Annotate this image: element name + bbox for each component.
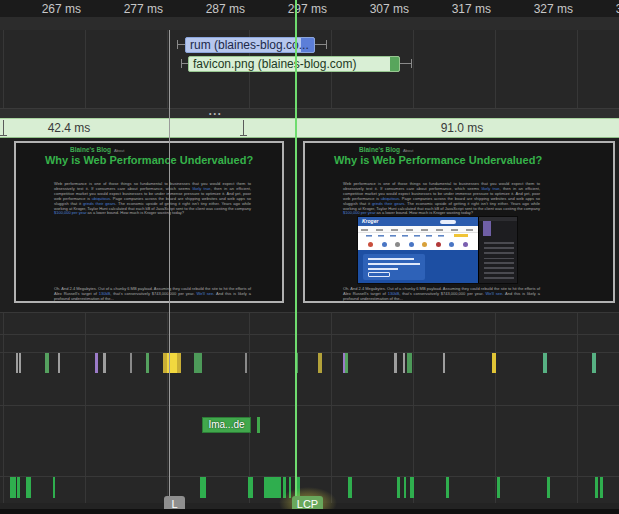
kroger-hero: [358, 250, 478, 283]
frame-boundary-tick: [3, 120, 4, 136]
frames-track[interactable]: 42.4 ms91.0 ms: [0, 118, 619, 138]
category-icon: [463, 242, 468, 247]
blog-heading: Why is Web Performance Undervalued?: [16, 154, 282, 166]
category-icon: [422, 242, 427, 247]
trace-event-bar[interactable]: [407, 353, 412, 373]
request-whisker-left: [177, 44, 185, 45]
ruler-tick-label: 267 ms: [11, 2, 81, 16]
request-whisker-tick: [326, 40, 327, 49]
frame-screenshot-thumbnail[interactable]: Blaine's BlogAboutWhy is Web Performance…: [303, 141, 615, 303]
category-icon: [368, 242, 373, 247]
request-whisker-tick: [411, 59, 412, 68]
playhead-line[interactable]: [295, 0, 297, 496]
ruler-tick-label: 317 ms: [421, 2, 491, 16]
trace-event-bar[interactable]: [45, 353, 49, 373]
trace-event-bar[interactable]: [95, 353, 98, 373]
blog-paragraph: Web performance is one of those things s…: [343, 182, 540, 216]
ruler-tick-label: 287 ms: [175, 2, 245, 16]
timeline-ruler[interactable]: 267 ms277 ms287 ms297 ms307 ms317 ms327 …: [0, 0, 619, 17]
kroger-search-pill: [440, 220, 456, 224]
kroger-category-icons: [358, 239, 478, 250]
blog-heading: Why is Web Performance Undervalued?: [305, 154, 571, 166]
request-cap: [390, 57, 399, 71]
load-marker-line: [169, 30, 170, 497]
frame-screenshot-thumbnail[interactable]: Blaine's BlogAboutWhy is Web Performance…: [14, 141, 284, 303]
request-label: rum (blaines-blog.co...: [190, 38, 309, 52]
gpu-activity-bar[interactable]: [595, 477, 598, 498]
trace-event-bar[interactable]: [103, 353, 106, 373]
track-separator-line: [0, 334, 619, 335]
trace-event-bar[interactable]: [543, 353, 547, 373]
request-label: favicon.png (blaines-blog.com): [193, 57, 356, 71]
trace-event-bar[interactable]: [245, 353, 247, 373]
trace-event-bar[interactable]: [16, 353, 18, 373]
kroger-devtools-panel: [478, 217, 517, 283]
gpu-activity-bar[interactable]: [53, 477, 55, 498]
gpu-activity-bar[interactable]: [248, 477, 253, 498]
category-icon: [409, 242, 414, 247]
gpu-activity-bar[interactable]: [404, 477, 406, 498]
track-separator-line: [0, 476, 619, 477]
ruler-tick-label: 297 ms: [257, 2, 327, 16]
blog-about-link: About: [114, 148, 124, 153]
gpu-activity-bar[interactable]: [200, 477, 206, 498]
gpu-activity-bar[interactable]: [10, 477, 16, 498]
trace-event-bar[interactable]: [318, 353, 322, 373]
trace-event-bar[interactable]: [177, 353, 181, 373]
track-separator-line: [0, 312, 619, 313]
gpu-activity-bar[interactable]: [547, 477, 550, 498]
panel-bottom-edge: [0, 509, 619, 514]
gpu-activity-bar[interactable]: [26, 477, 31, 498]
blog-paragraph: Oh. And 2.4 Megabytes. Out of a chunky 6…: [54, 287, 251, 302]
request-whisker-left: [181, 63, 188, 64]
gpu-activity-bar[interactable]: [600, 477, 603, 498]
ruler-sub-strip: [0, 17, 619, 30]
frame-duration-label: 91.0 ms: [441, 121, 484, 135]
screenshot-page-content: Blaine's BlogAboutWhy is Web Performance…: [16, 143, 282, 301]
ruler-tick-label: 337 ms: [585, 2, 619, 16]
category-icon: [436, 242, 441, 247]
trace-event-bar[interactable]: [19, 353, 21, 373]
gpu-activity-bar[interactable]: [410, 477, 414, 498]
kroger-hero-button: [368, 272, 390, 277]
kroger-header-bar: Kroger: [358, 217, 478, 226]
blog-paragraph: Oh. And 2.4 Megabytes. Out of a chunky 6…: [343, 287, 540, 302]
gpu-activity-bar[interactable]: [446, 477, 449, 498]
trace-event-bar[interactable]: [492, 353, 496, 373]
track-resize-handle[interactable]: •••: [0, 108, 619, 118]
blog-brand-title: Blaine's BlogAbout: [359, 146, 413, 153]
drag-dots-icon: •••: [209, 109, 222, 118]
kroger-logo: Kroger: [362, 218, 378, 224]
blog-paragraph: Web performance is one of those things s…: [54, 182, 251, 216]
kroger-hero-card: [363, 254, 425, 280]
kroger-website: Kroger: [358, 217, 478, 283]
trace-event-bar[interactable]: [130, 353, 132, 373]
category-icon: [449, 242, 454, 247]
category-icon: [382, 242, 387, 247]
trace-event-bar[interactable]: [194, 353, 202, 373]
gpu-activity-bar[interactable]: [17, 477, 20, 498]
trace-event-bar[interactable]: [443, 353, 445, 373]
image-decode-tick[interactable]: [257, 417, 260, 433]
trace-event-bar[interactable]: [146, 353, 149, 373]
blog-about-link: About: [403, 148, 413, 153]
frame-boundary-tick: [243, 120, 244, 136]
gpu-activity-bar[interactable]: [497, 477, 500, 498]
trace-event-bar[interactable]: [592, 353, 596, 373]
ruler-tick-label: 277 ms: [93, 2, 163, 16]
gpu-activity-bar[interactable]: [264, 477, 281, 498]
trace-event-bar[interactable]: [58, 353, 60, 373]
gpu-activity-bar[interactable]: [348, 477, 352, 498]
ruler-tick-label: 307 ms: [339, 2, 409, 16]
request-whisker-tick: [181, 59, 182, 68]
trace-event-bar[interactable]: [394, 353, 397, 373]
request-whisker-right: [400, 63, 411, 64]
image-decode-bar[interactable]: Ima...de: [202, 417, 251, 433]
network-request-bar[interactable]: favicon.png (blaines-blog.com): [188, 56, 400, 72]
gpu-activity-bar[interactable]: [397, 477, 400, 498]
frame-duration-label: 42.4 ms: [48, 121, 91, 135]
blog-brand-title: Blaine's BlogAbout: [70, 146, 124, 153]
trace-event-bar[interactable]: [345, 353, 348, 373]
trace-event-bar[interactable]: [403, 353, 405, 373]
track-separator-line: [0, 405, 619, 406]
